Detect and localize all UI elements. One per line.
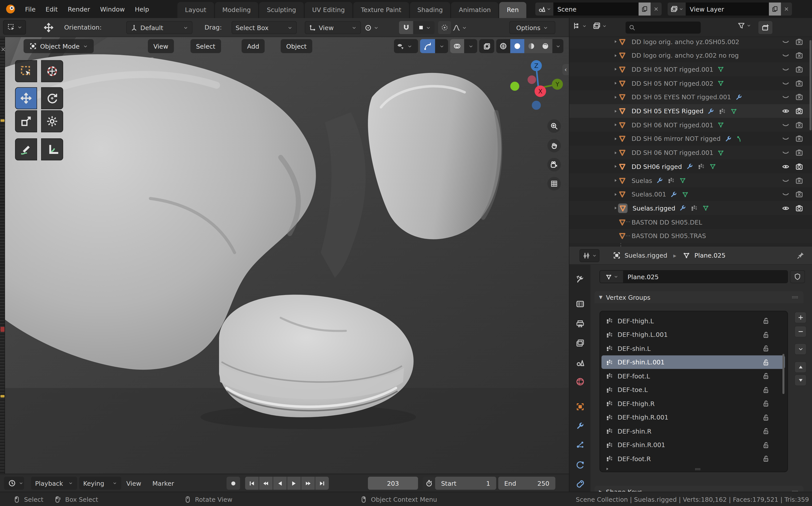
viewport-menu-add[interactable]: Add <box>242 39 265 53</box>
unlink-scene-button[interactable] <box>651 2 662 15</box>
playback-dropdown[interactable]: Playback <box>31 477 77 490</box>
tool-measure-button[interactable] <box>41 138 63 160</box>
jump-to-end-button[interactable] <box>315 477 329 490</box>
lock-open-icon[interactable] <box>762 331 770 339</box>
new-view-layer-button[interactable] <box>769 2 781 15</box>
vertex-group-row[interactable]: DEF-shin.R <box>602 424 785 438</box>
outliner-row[interactable]: BASTON DD SH05.DEL <box>569 215 812 229</box>
expand-arrow-icon[interactable] <box>613 53 619 58</box>
proportional-edit-toggle[interactable] <box>438 21 451 34</box>
vertex-groups-scrollbar[interactable] <box>783 354 785 394</box>
outliner-row[interactable]: BASTON DD SH05.TRAS <box>569 229 812 243</box>
new-collection-button[interactable] <box>758 21 773 34</box>
outliner-row[interactable]: DD logo orig. ancho yz.0SH05.002 <box>569 37 812 49</box>
options-dropdown[interactable]: Options <box>509 21 555 34</box>
tool-transform-button[interactable] <box>41 110 63 132</box>
outliner-item-label[interactable]: DD SH 05 NOT rigged.001 <box>632 66 713 73</box>
object-triangle-icon[interactable] <box>618 162 627 171</box>
list-expand-icon[interactable] <box>605 466 610 472</box>
outliner-item-label[interactable]: DD logo orig. ancho yz.0SH05.002 <box>632 38 739 46</box>
vertex-group-name[interactable]: DEF-foot.L <box>618 372 758 380</box>
active-tool-button[interactable] <box>3 20 26 34</box>
render-disabled-icon[interactable] <box>795 79 804 87</box>
render-disabled-icon[interactable] <box>795 93 804 101</box>
render-disabled-icon[interactable] <box>795 37 804 46</box>
outliner-item-label[interactable]: DD SH 06 NOT rigged.001 <box>632 121 713 129</box>
eye-visible-icon[interactable] <box>782 162 790 171</box>
expand-arrow-icon[interactable] <box>613 164 619 170</box>
tool-move-button[interactable] <box>15 87 37 109</box>
vertex-groups-panel-header[interactable]: ▼ Vertex Groups <box>595 291 804 303</box>
sidebar-collapse-arrow[interactable]: ‹ <box>562 64 569 75</box>
render-disabled-icon[interactable] <box>795 51 804 60</box>
expand-arrow-icon[interactable] <box>613 191 619 197</box>
outliner-scrollbar[interactable] <box>810 40 812 130</box>
properties-tab-particles[interactable] <box>571 436 589 453</box>
mesh-name-value[interactable]: Plane.025 <box>623 271 788 283</box>
play-button[interactable] <box>287 477 301 490</box>
expand-arrow-icon[interactable] <box>613 122 619 128</box>
object-triangle-icon[interactable] <box>618 135 627 143</box>
outliner-item-label[interactable]: BASTON DD SH05.DEL <box>632 218 702 226</box>
move-gizmo-icon[interactable] <box>43 22 54 33</box>
move-group-down-button[interactable] <box>795 374 807 386</box>
vertex-group-row[interactable]: DEF-shin.L <box>602 342 785 355</box>
show-overlays-toggle[interactable] <box>450 39 464 53</box>
outliner-row[interactable] <box>569 243 812 247</box>
eye-hidden-icon[interactable] <box>782 190 790 198</box>
properties-tab-world[interactable] <box>571 373 589 390</box>
panel-grip-icon[interactable] <box>791 293 799 301</box>
next-keyframe-button[interactable] <box>301 477 315 490</box>
remove-vertex-group-button[interactable] <box>795 326 807 337</box>
workspace-tab-layout[interactable]: Layout <box>177 2 214 18</box>
outliner-filter-id-dropdown[interactable] <box>593 21 607 30</box>
properties-tab-object[interactable] <box>571 398 589 415</box>
menu-edit[interactable]: Edit <box>40 5 63 13</box>
lock-open-icon[interactable] <box>762 454 770 462</box>
use-preview-range-button[interactable] <box>423 477 436 490</box>
workspace-tab-modeling[interactable]: Modeling <box>215 2 258 18</box>
object-triangle-icon[interactable] <box>618 120 627 129</box>
vertex-group-row[interactable]: DEF-foot.R <box>602 452 785 466</box>
object-triangle-icon[interactable] <box>618 148 627 157</box>
menu-help[interactable]: Help <box>130 5 154 13</box>
vertex-groups-list-footer[interactable] <box>602 466 785 472</box>
lock-open-icon[interactable] <box>762 358 770 366</box>
expand-arrow-icon[interactable] <box>613 108 619 114</box>
render-enabled-icon[interactable] <box>795 162 804 171</box>
vertex-group-specials-button[interactable] <box>795 343 807 355</box>
scene-name[interactable]: Scene <box>553 2 639 15</box>
expand-arrow-icon[interactable] <box>613 80 619 86</box>
tool-scale-button[interactable] <box>15 110 37 132</box>
outliner-row[interactable]: DD logo orig. ancho yz.002 no rog <box>569 49 812 62</box>
outliner-row[interactable]: DD SH06 rigged <box>569 160 812 174</box>
vertex-group-row[interactable]: DEF-toe.L <box>602 383 785 397</box>
gizmo-axis-z[interactable]: Z <box>531 60 542 71</box>
outliner-item-label[interactable]: DD logo orig. ancho yz.002 no rog <box>632 52 739 59</box>
vertex-group-row[interactable]: DEF-shin.R.001 <box>602 438 785 451</box>
vertex-group-row[interactable]: DEF-shin.L.001 <box>602 355 785 369</box>
lock-open-icon[interactable] <box>762 413 770 421</box>
outliner-item-label[interactable]: DD SH 06 NOT rigged.001 <box>632 149 713 156</box>
vertex-group-name[interactable]: DEF-shin.L.001 <box>618 358 758 366</box>
render-disabled-icon[interactable] <box>795 148 804 157</box>
outliner-row[interactable]: DD SH 06 mirror NOT rigged <box>569 132 812 146</box>
tool-select-box-button[interactable] <box>15 60 37 82</box>
properties-tab-modifiers[interactable] <box>571 417 589 434</box>
orientation-dropdown[interactable]: Default <box>126 21 192 34</box>
timeline-view-menu[interactable]: View <box>126 474 141 492</box>
outliner-item-label[interactable]: Suelas <box>632 177 652 184</box>
fake-user-shield-button[interactable] <box>790 270 805 283</box>
eye-hidden-icon[interactable] <box>782 65 790 74</box>
expand-arrow-icon[interactable] <box>613 94 619 100</box>
eye-visible-icon[interactable] <box>782 204 790 213</box>
properties-tab-tool[interactable] <box>571 271 589 288</box>
workspace-tab-ren[interactable]: Ren <box>499 2 526 18</box>
properties-tab-constraints[interactable] <box>571 475 589 492</box>
pin-icon[interactable] <box>797 251 805 260</box>
outliner-row[interactable]: Suelas <box>569 173 812 187</box>
mode-dropdown[interactable]: Object Mode <box>23 39 94 53</box>
shape-keys-panel-header[interactable]: ▶ Shape Keys <box>595 486 804 492</box>
vertex-group-row[interactable]: DEF-thigh.L <box>602 314 785 328</box>
properties-tab-render[interactable] <box>571 295 589 312</box>
